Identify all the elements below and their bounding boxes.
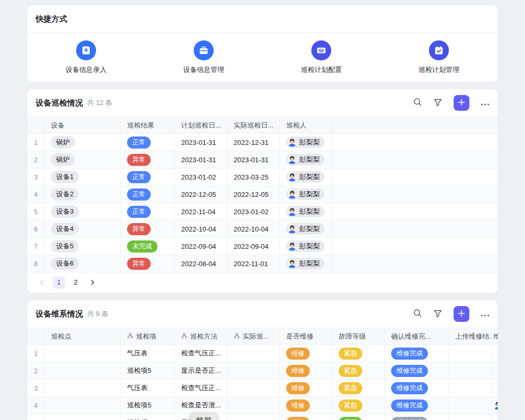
- table-cell[interactable]: 彭梨梨: [280, 169, 332, 185]
- table-cell[interactable]: 巡检项5: [121, 362, 175, 379]
- column-header[interactable]: [27, 117, 45, 133]
- table-cell[interactable]: [492, 380, 498, 396]
- shortcut-device-info-entry[interactable]: 设备信息录入: [27, 40, 145, 75]
- column-header[interactable]: 设备: [45, 117, 121, 133]
- table-cell[interactable]: 正常: [121, 134, 175, 151]
- table-cell[interactable]: [332, 255, 498, 272]
- table-cell[interactable]: 正常: [121, 203, 175, 220]
- column-header[interactable]: 巡检结果: [121, 117, 175, 133]
- table-cell[interactable]: 气压表: [121, 380, 175, 396]
- table-cell[interactable]: [227, 362, 280, 379]
- shortcut-device-info-manage[interactable]: 设备信息管理: [145, 40, 262, 75]
- table-cell[interactable]: 2022-10-04: [227, 220, 280, 237]
- table-cell[interactable]: 检查气压正...: [175, 345, 227, 362]
- table-cell[interactable]: 8: [27, 255, 45, 272]
- table-cell[interactable]: 气压表: [121, 345, 175, 362]
- table-cell[interactable]: [227, 397, 280, 414]
- column-header[interactable]: 上传维修结...: [449, 328, 492, 344]
- table-cell[interactable]: 2023-01-31: [227, 151, 280, 168]
- table-cell[interactable]: 异常: [121, 255, 175, 272]
- table-cell[interactable]: 彭梨梨: [280, 255, 332, 272]
- table-cell[interactable]: 维修: [280, 362, 332, 379]
- table-cell[interactable]: [492, 362, 498, 379]
- table-cell[interactable]: [332, 169, 498, 185]
- table-cell[interactable]: 彭梨梨: [280, 238, 332, 255]
- column-header[interactable]: 巡检项: [121, 328, 175, 344]
- table-cell[interactable]: [449, 362, 492, 379]
- table-cell[interactable]: 5: [27, 203, 45, 220]
- table-cell[interactable]: [45, 362, 121, 379]
- search-button[interactable]: [413, 98, 422, 108]
- table-cell[interactable]: 2023-01-31: [175, 151, 227, 168]
- table-cell[interactable]: 设备6: [45, 255, 121, 272]
- table-cell[interactable]: [449, 414, 492, 420]
- table-cell[interactable]: 2022-11-01: [227, 255, 280, 272]
- table-cell[interactable]: 紧急: [332, 345, 385, 362]
- next-page-button[interactable]: [86, 276, 99, 289]
- table-cell[interactable]: 2022-09-04: [227, 238, 280, 255]
- table-cell[interactable]: [227, 380, 280, 396]
- table-cell[interactable]: 设备5: [45, 238, 121, 255]
- column-header[interactable]: 计划巡检日...: [175, 117, 227, 133]
- table-cell[interactable]: 3: [27, 380, 45, 396]
- filter-button[interactable]: [434, 309, 442, 319]
- table-cell[interactable]: [332, 238, 498, 255]
- table-cell[interactable]: 维修: [280, 345, 332, 362]
- table-cell[interactable]: 2023-01-02: [227, 203, 280, 220]
- table-cell[interactable]: [449, 380, 492, 396]
- page-number-button[interactable]: 1: [52, 276, 65, 289]
- column-header[interactable]: 巡检人: [280, 117, 332, 133]
- table-cell[interactable]: 彭梨梨: [280, 203, 332, 220]
- table-cell[interactable]: 维修: [280, 380, 332, 396]
- table-cell[interactable]: 1: [27, 345, 45, 362]
- column-header[interactable]: 实际巡检日...: [227, 117, 280, 133]
- table-cell[interactable]: [449, 345, 492, 362]
- column-header[interactable]: 是否维修: [280, 328, 332, 344]
- table-cell[interactable]: 检查是否泄...: [175, 397, 227, 414]
- column-header[interactable]: 故障等级: [332, 328, 385, 344]
- table-cell[interactable]: 7: [27, 238, 45, 255]
- more-button[interactable]: [481, 310, 489, 318]
- column-header[interactable]: [27, 328, 45, 344]
- table-cell[interactable]: 检查气压正...: [175, 380, 227, 396]
- table-cell[interactable]: [332, 220, 498, 237]
- table-cell[interactable]: 维修完成: [385, 414, 449, 420]
- table-cell[interactable]: 2023-01-02: [175, 169, 227, 185]
- table-cell[interactable]: 彭梨梨: [280, 220, 332, 237]
- table-cell[interactable]: 巡检项5: [121, 397, 175, 414]
- table-cell[interactable]: 设备2: [45, 186, 121, 203]
- table-cell[interactable]: 设备4: [45, 220, 121, 237]
- column-header[interactable]: 维修人: [492, 328, 498, 344]
- column-header[interactable]: [332, 117, 498, 133]
- table-cell[interactable]: [45, 397, 121, 414]
- table-cell[interactable]: 维修完成: [385, 345, 449, 362]
- table-cell[interactable]: 紧急: [332, 380, 385, 396]
- column-header[interactable]: 巡检方法: [175, 328, 227, 344]
- table-cell[interactable]: [227, 345, 280, 362]
- table-cell[interactable]: 正常: [121, 186, 175, 203]
- table-cell[interactable]: 设备3: [45, 203, 121, 220]
- shortcut-inspection-plan-manage[interactable]: 巡检计划管理: [380, 40, 498, 75]
- table-cell[interactable]: 维修完成: [385, 397, 449, 414]
- table-cell[interactable]: 锅炉: [45, 151, 121, 168]
- table-cell[interactable]: 紧急: [332, 362, 385, 379]
- filter-button[interactable]: [434, 98, 442, 108]
- table-cell[interactable]: [227, 414, 280, 420]
- table-cell[interactable]: 1: [27, 134, 45, 151]
- column-header[interactable]: 实际巡...: [227, 328, 280, 344]
- table-cell[interactable]: 彭梨梨: [280, 151, 332, 168]
- table-cell[interactable]: 6: [27, 220, 45, 237]
- table-cell[interactable]: 锅炉: [45, 134, 121, 151]
- table-cell[interactable]: [332, 151, 498, 168]
- table-cell[interactable]: 紧急: [332, 397, 385, 414]
- table-cell[interactable]: 正常: [121, 169, 175, 185]
- table-cell[interactable]: 3: [27, 169, 45, 185]
- table-cell[interactable]: [492, 345, 498, 362]
- table-cell[interactable]: 彭梨梨: [280, 134, 332, 151]
- table-cell[interactable]: 2022-12-05: [227, 186, 280, 203]
- table-cell[interactable]: 2022-12-05: [175, 186, 227, 203]
- table-cell[interactable]: 维修完成: [385, 362, 449, 379]
- table-cell[interactable]: 彭梨梨: [280, 186, 332, 203]
- more-button[interactable]: [481, 99, 489, 107]
- table-cell[interactable]: 2022-11-04: [175, 203, 227, 220]
